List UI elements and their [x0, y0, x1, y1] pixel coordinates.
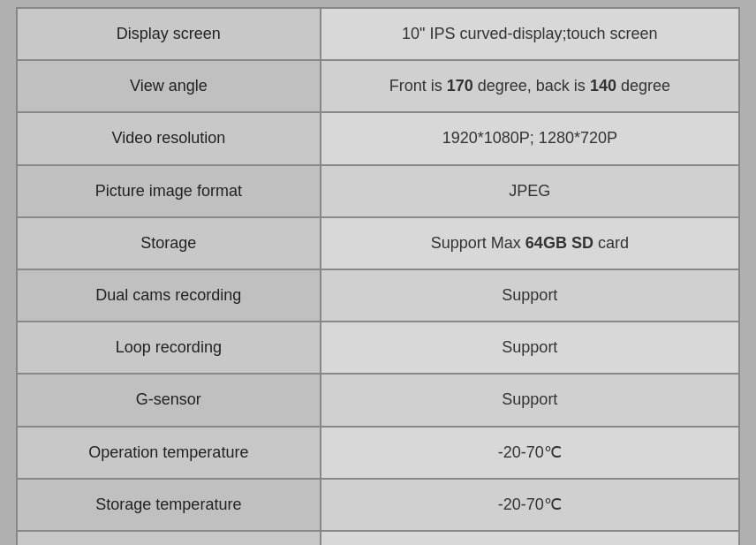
table-row: Dual cams recordingSupport	[18, 269, 738, 322]
spec-label: Storage temperature	[18, 479, 321, 531]
spec-label: Display screen	[18, 9, 321, 60]
spec-label: Storage	[18, 217, 321, 269]
specs-table-container: Display screen10" IPS curved-display;tou…	[16, 7, 740, 545]
table-row: Loop recordingSupport	[18, 322, 738, 374]
spec-label: Battery	[18, 531, 321, 545]
spec-value: Support	[321, 322, 738, 374]
spec-value: -20-70℃	[321, 427, 738, 479]
spec-value: JPEG	[321, 165, 738, 217]
spec-label: Operation temperature	[18, 427, 321, 479]
table-row: Display screen10" IPS curved-display;tou…	[18, 9, 738, 60]
spec-label: Video resolution	[18, 112, 321, 164]
spec-label: G-sensor	[18, 374, 321, 426]
table-row: Picture image formatJPEG	[18, 165, 738, 217]
spec-value: Support	[321, 269, 738, 322]
spec-value: Support	[321, 374, 738, 426]
table-row: G-sensorSupport	[18, 374, 738, 426]
table-row: StorageSupport Max 64GB SD card	[18, 217, 738, 269]
table-row: Batterylithium battery 800mAh	[18, 531, 738, 545]
spec-label: Dual cams recording	[18, 269, 321, 322]
spec-value: Front is 170 degree, back is 140 degree	[321, 60, 738, 112]
table-row: View angleFront is 170 degree, back is 1…	[18, 60, 738, 112]
spec-value: lithium battery 800mAh	[321, 531, 738, 545]
spec-label: View angle	[18, 60, 321, 112]
table-row: Storage temperature-20-70℃	[18, 479, 738, 531]
spec-label: Loop recording	[18, 322, 321, 374]
spec-value: 10" IPS curved-display;touch screen	[321, 9, 738, 60]
specs-table: Display screen10" IPS curved-display;tou…	[18, 9, 738, 545]
spec-value: -20-70℃	[321, 479, 738, 531]
spec-value: 1920*1080P; 1280*720P	[321, 112, 738, 164]
spec-label: Picture image format	[18, 165, 321, 217]
table-row: Operation temperature-20-70℃	[18, 427, 738, 479]
table-row: Video resolution1920*1080P; 1280*720P	[18, 112, 738, 164]
spec-value: Support Max 64GB SD card	[321, 217, 738, 269]
